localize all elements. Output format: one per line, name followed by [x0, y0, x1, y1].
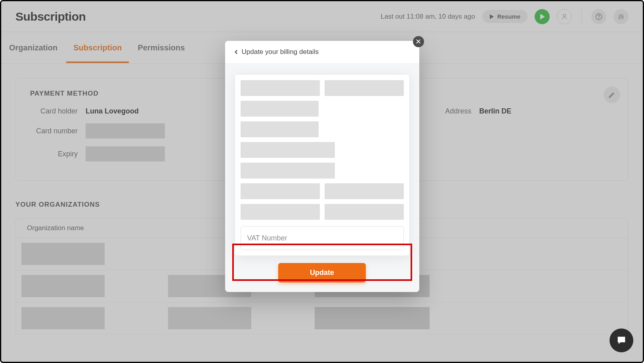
close-button[interactable]: ✕	[413, 36, 424, 47]
update-button[interactable]: Update	[278, 263, 366, 282]
chat-icon	[616, 335, 627, 346]
billing-form	[235, 74, 410, 256]
chat-button[interactable]	[610, 328, 633, 352]
form-field-redacted[interactable]	[241, 80, 320, 96]
form-field-redacted[interactable]	[241, 121, 319, 137]
vat-number-input[interactable]	[247, 234, 397, 242]
billing-modal: ✕ Update your billing details	[225, 41, 419, 292]
modal-title: Update your billing details	[242, 48, 319, 56]
form-field-redacted[interactable]	[241, 163, 335, 179]
form-field-redacted[interactable]	[325, 80, 404, 96]
modal-header[interactable]: Update your billing details	[225, 41, 419, 63]
form-field-redacted[interactable]	[241, 142, 335, 158]
chevron-left-icon	[234, 50, 239, 54]
form-field-redacted[interactable]	[325, 183, 404, 199]
form-field-redacted[interactable]	[325, 204, 404, 220]
modal-overlay[interactable]: ✕ Update your billing details	[1, 1, 643, 362]
close-icon: ✕	[415, 38, 421, 45]
form-field-redacted[interactable]	[241, 204, 320, 220]
vat-number-field[interactable]	[241, 226, 404, 250]
form-field-redacted[interactable]	[241, 183, 320, 199]
form-field-redacted[interactable]	[241, 101, 319, 117]
